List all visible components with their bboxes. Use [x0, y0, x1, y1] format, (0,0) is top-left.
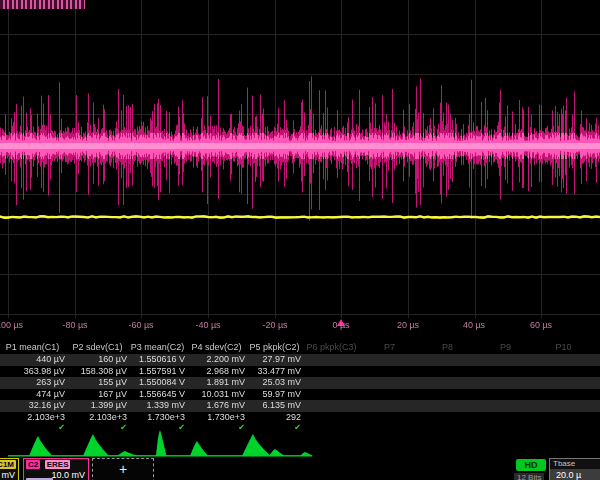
time-axis-label: -100 µs: [0, 320, 23, 330]
measurement-value: 25.03 mV: [248, 377, 304, 389]
measurement-header-inactive-7[interactable]: P7: [362, 341, 420, 354]
measurement-status-ok-icon: ✔: [130, 423, 188, 433]
measurement-value: 160 µV: [68, 354, 130, 366]
measurement-value: 1.550084 V: [130, 377, 188, 389]
measurement-value: 1.730e+3: [130, 412, 188, 424]
c1-descriptor-box[interactable]: DC1M 0 mV: [0, 458, 19, 480]
measurement-header-3[interactable]: P3 mean(C2): [130, 341, 188, 354]
measurement-value: 32.16 µV: [0, 400, 68, 412]
measurement-value: 2.103e+3: [0, 412, 68, 424]
measurement-stat-row: 2.103e+32.103e+31.730e+31.730e+3292: [0, 412, 600, 424]
measurement-stat-row: 440 µV160 µV1.550616 V2.200 mV27.97 mV: [0, 354, 600, 366]
measurement-status-ok-icon: ✔: [248, 423, 304, 433]
measurement-value: 2.103e+3: [68, 412, 130, 424]
measurement-value: 167 µV: [68, 389, 130, 401]
measurement-header-inactive-8[interactable]: P8: [420, 341, 478, 354]
measurement-value: 10.031 mV: [188, 389, 248, 401]
trace-label-c2[interactable]: [0, 0, 85, 9]
measurement-header-inactive-10[interactable]: P10: [536, 341, 594, 354]
measurement-value: 1.676 mV: [188, 400, 248, 412]
measurement-value: 363.98 µV: [0, 366, 68, 378]
measurement-value: 440 µV: [0, 354, 68, 366]
measurement-value: 1.557591 V: [130, 366, 188, 378]
measurement-value: 1.556645 V: [130, 389, 188, 401]
c1-vdiv-value: 0 mV: [0, 470, 15, 480]
hd-bits-label: 12 Bits: [514, 473, 544, 480]
measurement-value: 6.135 mV: [248, 400, 304, 412]
measurement-value: 33.477 mV: [248, 366, 304, 378]
measurement-status-ok-icon: ✔: [68, 423, 130, 433]
time-axis: -100 µs-80 µs-60 µs-40 µs-20 µs0 µs20 µs…: [0, 320, 600, 334]
measurement-value: 1.730e+3: [188, 412, 248, 424]
measurement-value: 155 µV: [68, 377, 130, 389]
measurement-value: 2.968 mV: [188, 366, 248, 378]
c2-vdiv-value: 10.0 mV: [51, 470, 85, 480]
measurement-value: 474 µV: [0, 389, 68, 401]
hd-mode-badge[interactable]: HD: [516, 459, 546, 471]
time-axis-label: 20 µs: [397, 320, 419, 330]
timebase-label: Tbase: [550, 459, 600, 469]
c1-coupling-badge: DC1M: [0, 460, 16, 469]
measurement-stat-row: 263 µV155 µV1.550084 V1.891 mV25.03 mV: [0, 377, 600, 389]
c2-descriptor-box[interactable]: C2 ERES DC1M 10.0 mV: [23, 458, 89, 480]
c2-channel-badge: C2: [26, 460, 40, 469]
plus-icon: +: [119, 461, 127, 477]
time-axis-label: 40 µs: [463, 320, 485, 330]
measurement-value: 1.339 mV: [130, 400, 188, 412]
measurement-value: 1.399 µV: [68, 400, 130, 412]
time-axis-label: -60 µs: [128, 320, 153, 330]
measurement-value: 292: [248, 412, 304, 424]
measurement-header-4[interactable]: P4 sdev(C2): [188, 341, 248, 354]
measurement-stat-row: 474 µV167 µV1.556645 V10.031 mV59.97 mV: [0, 389, 600, 401]
measurement-value: 1.550616 V: [130, 354, 188, 366]
measurement-header-inactive-6[interactable]: P6 pkpk(C3): [304, 341, 362, 354]
measurement-status-ok-icon: ✔: [188, 423, 248, 433]
measurement-header-inactive-9[interactable]: P9: [478, 341, 536, 354]
measurement-status-ok-icon: ✔: [0, 423, 68, 433]
timebase-descriptor-box[interactable]: Tbase 20.0 µ: [549, 458, 600, 480]
time-axis-label: 0 µs: [332, 320, 349, 330]
add-trace-button[interactable]: +: [92, 458, 154, 480]
oscilloscope-screen: { "colors": { "c1_trace": "#f0f000", "c2…: [0, 0, 600, 480]
descriptor-bar: DC1M 0 mV C2 ERES DC1M 10.0 mV + HD 12 B…: [0, 458, 600, 480]
timebase-value: 20.0 µ: [550, 469, 600, 480]
time-axis-label: -20 µs: [262, 320, 287, 330]
time-axis-label: -80 µs: [62, 320, 87, 330]
measurement-value: 59.97 mV: [248, 389, 304, 401]
measurement-value: 27.97 mV: [248, 354, 304, 366]
measurement-value: 263 µV: [0, 377, 68, 389]
measurement-value: 158.308 µV: [68, 366, 130, 378]
measurement-header-5[interactable]: P5 pkpk(C2): [248, 341, 304, 354]
measurement-value: 1.891 mV: [188, 377, 248, 389]
measurement-stat-row: 32.16 µV1.399 µV1.339 mV1.676 mV6.135 mV: [0, 400, 600, 412]
measurement-header-1[interactable]: P1 mean(C1): [0, 341, 68, 354]
measurement-table[interactable]: P1 mean(C1)P2 sdev(C1)P3 mean(C2)P4 sdev…: [0, 341, 600, 433]
c2-eres-badge: ERES: [45, 460, 71, 469]
time-axis-label: -40 µs: [195, 320, 220, 330]
measurement-header-2[interactable]: P2 sdev(C1): [68, 341, 130, 354]
measurement-value: 2.200 mV: [188, 354, 248, 366]
time-axis-label: 60 µs: [530, 320, 552, 330]
measurement-stat-row: 363.98 µV158.308 µV1.557591 V2.968 mV33.…: [0, 366, 600, 378]
